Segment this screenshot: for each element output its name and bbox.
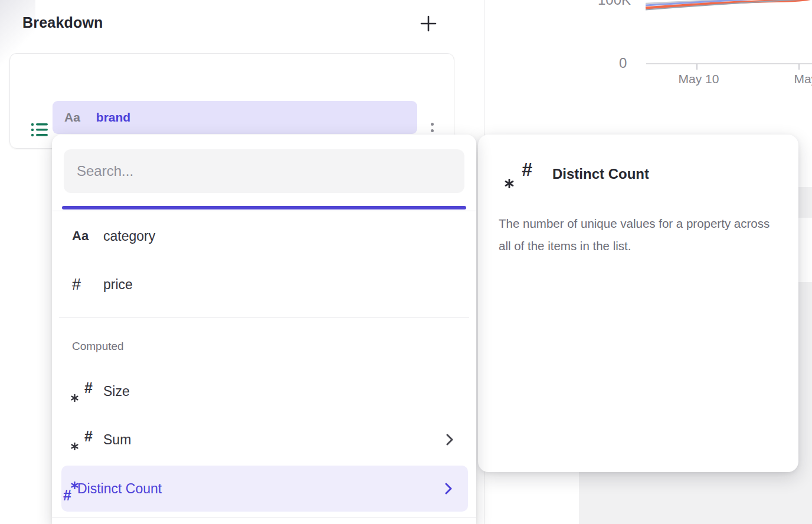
- selected-property-name: brand: [96, 110, 130, 125]
- computed-option-size[interactable]: # Size: [52, 367, 476, 415]
- tooltip-header: # Distinct Count: [506, 162, 649, 186]
- divider: [59, 317, 469, 318]
- property-details-tooltip: # Distinct Count The number of unique va…: [478, 135, 798, 472]
- breakdown-section-title: Breakdown: [22, 14, 103, 31]
- search-input[interactable]: [64, 149, 464, 193]
- x-axis-line: [646, 63, 812, 64]
- plus-icon: [420, 15, 437, 32]
- computed-option-distinct-count-selected[interactable]: # Distinct Count: [61, 466, 468, 512]
- computed-number-icon: #: [72, 430, 93, 450]
- kebab-dot: [431, 123, 434, 126]
- number-type-icon: #: [72, 276, 81, 294]
- add-breakdown-button[interactable]: [418, 13, 439, 34]
- asterisk-icon: [71, 482, 78, 489]
- tooltip-title: Distinct Count: [552, 166, 649, 182]
- line-chart: [644, 0, 812, 14]
- property-dropdown: Aa category # price Computed # Size #: [52, 135, 476, 524]
- divider: [52, 517, 476, 518]
- y-axis-label-0: 0: [619, 55, 627, 71]
- computed-number-icon: #: [72, 381, 93, 401]
- asterisk-icon: [71, 443, 78, 450]
- asterisk-icon: [505, 179, 514, 188]
- computed-option-sum[interactable]: # Sum: [52, 415, 476, 464]
- insights-report-page: Breakdown cart Aa brand: [0, 0, 812, 524]
- computed-section-label: Computed: [72, 340, 124, 353]
- tooltip-description: The number of unique values for a proper…: [499, 212, 779, 257]
- string-type-icon: Aa: [64, 110, 80, 125]
- divider: [52, 211, 476, 211]
- active-tab-indicator: [62, 206, 466, 209]
- kebab-dot: [431, 129, 434, 132]
- chevron-right-icon: [444, 482, 453, 495]
- y-axis-label-100k-clipped: 100K: [598, 0, 639, 8]
- x-axis-label-may-10: May 10: [666, 72, 731, 86]
- property-option-category[interactable]: Aa category: [52, 212, 476, 260]
- asterisk-icon: [71, 394, 78, 402]
- property-option-price[interactable]: # price: [52, 260, 476, 309]
- x-axis-tick: [696, 64, 698, 70]
- x-axis-label-may-1-clipped: May 1: [778, 72, 812, 86]
- selected-property-chip[interactable]: Aa brand: [53, 101, 417, 134]
- x-axis-tick: [798, 64, 800, 70]
- string-type-icon: Aa: [72, 228, 89, 244]
- list-icon: [30, 120, 49, 139]
- computed-number-icon: #: [506, 162, 532, 186]
- chevron-right-icon: [446, 433, 454, 446]
